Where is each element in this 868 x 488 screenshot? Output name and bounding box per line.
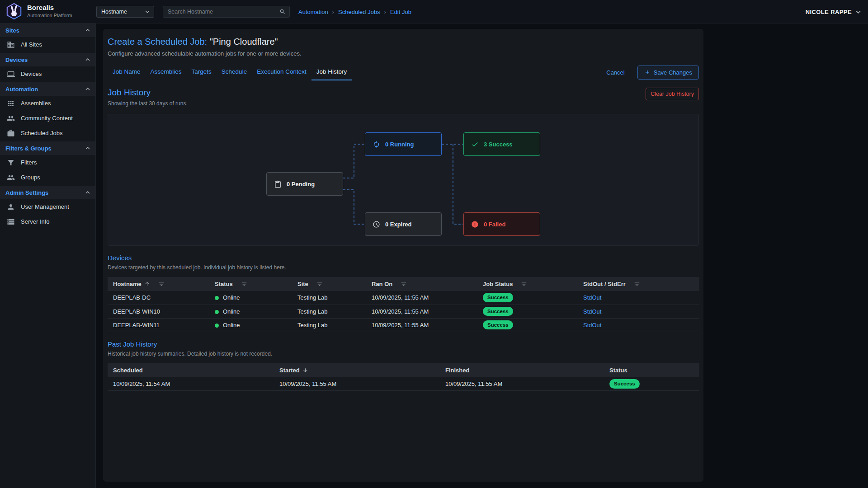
column-header-site[interactable]: Site	[292, 277, 366, 291]
cancel-button[interactable]: Cancel	[604, 69, 627, 76]
flow-node-pending[interactable]: 0 Pending	[266, 172, 343, 196]
sort-asc-icon[interactable]	[144, 281, 150, 287]
tab-job-name[interactable]: Job Name	[108, 64, 146, 80]
groups-icon	[7, 174, 15, 182]
scheduled-cell: 10/09/2025, 11:54 AM	[108, 377, 274, 391]
brand-logo[interactable]: Borealis Automation Platform	[5, 3, 72, 20]
stdout-link[interactable]: StdOut	[583, 294, 601, 301]
chevron-up-icon	[85, 191, 90, 194]
tab-targets[interactable]: Targets	[187, 64, 217, 80]
briefcase-icon	[7, 129, 15, 137]
tab-schedule[interactable]: Schedule	[217, 64, 252, 80]
devices-table-header-row: Hostname Status Site Ran On Job Status	[108, 277, 699, 291]
filter-icon[interactable]	[241, 281, 247, 287]
breadcrumb-separator: ›	[384, 9, 386, 15]
brand-name: Borealis	[27, 4, 72, 12]
main-area: Create a Scheduled Job: "Ping Cloudflare…	[96, 23, 868, 488]
sidebar: Sites All Sites Devices Devices Automati…	[0, 23, 96, 488]
flow-node-running[interactable]: 0 Running	[365, 132, 442, 156]
borealis-rabbit-logo-icon	[5, 3, 23, 20]
column-header-stdout-stderr[interactable]: StdOut / StdErr	[578, 277, 699, 291]
breadcrumb-automation[interactable]: Automation	[298, 9, 328, 15]
sidebar-section-automation[interactable]: Automation	[0, 82, 95, 96]
sidebar-item-devices[interactable]: Devices	[0, 66, 95, 81]
filter-icon[interactable]	[521, 281, 527, 287]
filter-icon[interactable]	[158, 281, 165, 287]
column-header-status[interactable]: Status	[209, 277, 292, 291]
flow-node-success[interactable]: 3 Success	[463, 132, 540, 156]
table-row[interactable]: 10/09/2025, 11:54 AM 10/09/2025, 11:55 A…	[108, 377, 699, 391]
past-history-table: Scheduled Started Finished Status 10/09/…	[108, 363, 699, 391]
error-icon	[471, 221, 479, 228]
flow-node-failed[interactable]: 0 Failed	[463, 212, 540, 236]
sidebar-section-sites[interactable]: Sites	[0, 23, 95, 37]
ran-on-cell: 10/09/2025, 11:55 AM	[366, 318, 477, 332]
filter-icon[interactable]	[634, 281, 640, 287]
table-row[interactable]: DEEPLAB-WIN11 Online Testing Lab 10/09/2…	[108, 318, 699, 332]
stdout-link[interactable]: StdOut	[583, 322, 601, 328]
status-cell: Online	[209, 305, 292, 318]
search-icon[interactable]	[279, 9, 286, 15]
table-row[interactable]: DEEPLAB-DC Online Testing Lab 10/09/2025…	[108, 291, 699, 305]
apps-grid-icon	[7, 99, 15, 108]
column-header-scheduled[interactable]: Scheduled	[108, 363, 274, 377]
breadcrumb-scheduled-jobs[interactable]: Scheduled Jobs	[338, 9, 380, 15]
status-badge: Success	[483, 293, 513, 302]
column-header-job-status[interactable]: Job Status	[477, 277, 578, 291]
breadcrumb-edit-job[interactable]: Edit Job	[390, 9, 411, 15]
sidebar-item-community-content[interactable]: Community Content	[0, 111, 95, 126]
page-subtitle: Configure advanced schedulable automatio…	[108, 50, 699, 57]
chevron-up-icon	[85, 58, 90, 61]
tab-execution-context[interactable]: Execution Context	[252, 64, 311, 80]
user-menu[interactable]: NICOLE RAPPE	[806, 0, 861, 23]
hostname-select[interactable]: Hostname	[96, 6, 154, 18]
hostname-search	[163, 6, 290, 18]
column-header-hostname[interactable]: Hostname	[108, 277, 209, 291]
sort-desc-icon[interactable]	[302, 367, 308, 373]
sidebar-item-assemblies[interactable]: Assemblies	[0, 96, 95, 111]
job-history-description: Showing the last 30 days of runs.	[108, 100, 188, 107]
column-header-finished[interactable]: Finished	[440, 363, 604, 377]
started-cell: 10/09/2025, 11:55 AM	[274, 377, 440, 391]
filter-funnel-icon	[7, 159, 15, 167]
tab-job-history[interactable]: Job History	[311, 64, 352, 80]
sidebar-item-server-info[interactable]: Server Info	[0, 214, 95, 229]
filter-icon[interactable]	[316, 281, 323, 287]
breadcrumb-separator: ›	[332, 9, 334, 15]
table-row[interactable]: DEEPLAB-WIN10 Online Testing Lab 10/09/2…	[108, 305, 699, 318]
sidebar-section-filters-groups[interactable]: Filters & Groups	[0, 141, 95, 155]
edit-job-card: Create a Scheduled Job: "Ping Cloudflare…	[103, 29, 703, 482]
site-cell: Testing Lab	[292, 291, 366, 305]
server-icon	[7, 218, 15, 226]
search-input[interactable]	[163, 9, 279, 15]
clear-job-history-button[interactable]: Clear Job History	[646, 88, 699, 100]
site-cell: Testing Lab	[292, 318, 366, 332]
status-cell: Online	[209, 291, 292, 305]
past-job-history-description: Historical job history summaries. Detail…	[108, 351, 699, 357]
job-history-heading: Job History	[108, 88, 188, 98]
stdout-cell: StdOut	[578, 305, 699, 318]
stdout-link[interactable]: StdOut	[583, 308, 601, 315]
flow-node-expired[interactable]: 0 Expired	[365, 212, 442, 236]
column-header-ran-on[interactable]: Ran On	[366, 277, 477, 291]
sidebar-item-filters[interactable]: Filters	[0, 155, 95, 170]
job-status-cell: Success	[477, 291, 578, 305]
sidebar-section-admin-settings[interactable]: Admin Settings	[0, 186, 95, 199]
sidebar-item-scheduled-jobs[interactable]: Scheduled Jobs	[0, 126, 95, 141]
status-cell: Success	[604, 377, 699, 391]
sidebar-section-devices[interactable]: Devices	[0, 53, 95, 66]
sidebar-item-user-management[interactable]: User Management	[0, 199, 95, 214]
tab-assemblies[interactable]: Assemblies	[146, 64, 187, 80]
save-changes-button[interactable]: Save Changes	[637, 66, 699, 80]
top-bar: Borealis Automation Platform Hostname Au…	[0, 0, 868, 23]
sidebar-item-all-sites[interactable]: All Sites	[0, 37, 95, 52]
sidebar-item-groups[interactable]: Groups	[0, 170, 95, 185]
online-status-dot	[215, 324, 219, 328]
devices-description: Devices targeted by this scheduled job. …	[108, 264, 699, 271]
column-header-started[interactable]: Started	[274, 363, 440, 377]
hostname-cell: DEEPLAB-WIN11	[108, 318, 209, 332]
site-cell: Testing Lab	[292, 305, 366, 318]
column-header-status[interactable]: Status	[604, 363, 699, 377]
filter-icon[interactable]	[401, 281, 407, 287]
hostname-cell: DEEPLAB-DC	[108, 291, 209, 305]
